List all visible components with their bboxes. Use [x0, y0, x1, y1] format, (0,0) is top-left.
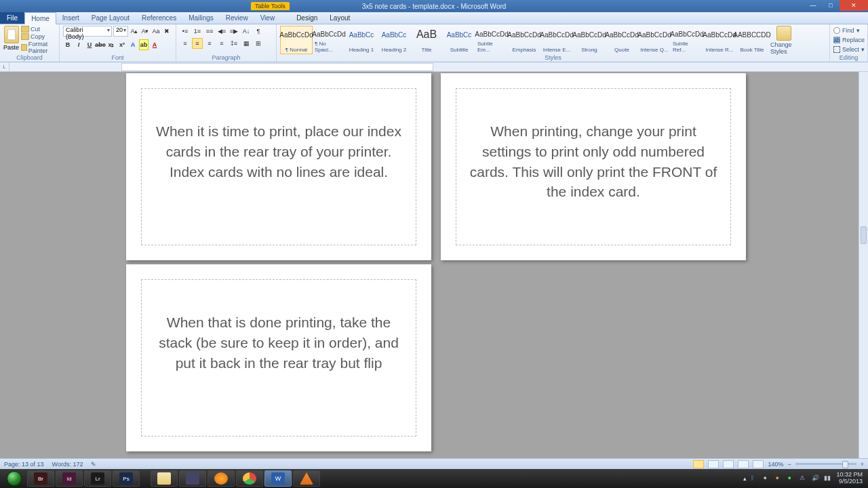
- change-styles-button[interactable]: Change Styles: [770, 26, 797, 55]
- zoom-out-button[interactable]: −: [787, 461, 791, 468]
- zoom-slider[interactable]: [795, 463, 856, 465]
- style-item-1[interactable]: AaBbCcDd¶ No Spaci...: [313, 26, 345, 54]
- wifi-icon[interactable]: ▮▮: [824, 474, 832, 483]
- font-color-button[interactable]: A: [150, 39, 159, 50]
- view-tab[interactable]: View: [254, 12, 281, 24]
- taskbar-app-vlc[interactable]: [293, 470, 320, 487]
- taskbar-app-explorer[interactable]: [151, 470, 178, 487]
- style-item-11[interactable]: AaBbCcDdIntense Q...: [638, 26, 671, 54]
- taskbar-app-firefox[interactable]: [208, 470, 235, 487]
- layout-tab[interactable]: Layout: [323, 12, 356, 24]
- review-tab[interactable]: Review: [220, 12, 254, 24]
- sort-button[interactable]: A↓: [241, 26, 252, 37]
- style-item-14[interactable]: AABBCCDDBook Title: [736, 26, 768, 54]
- highlight-button[interactable]: ab: [139, 39, 149, 50]
- volume-icon[interactable]: 🔊: [812, 474, 820, 483]
- taskbar-app-id[interactable]: Id: [56, 470, 83, 487]
- style-item-6[interactable]: AaBbCcDdSubtle Em...: [475, 26, 508, 54]
- italic-button[interactable]: I: [74, 39, 83, 50]
- find-button[interactable]: Find ▾: [833, 26, 860, 35]
- vertical-scrollbar[interactable]: [859, 72, 868, 458]
- print-layout-view-button[interactable]: [693, 460, 704, 468]
- start-button[interactable]: [3, 470, 26, 487]
- style-item-4[interactable]: AaBTitle: [410, 26, 443, 54]
- borders-button[interactable]: ⊞: [253, 38, 264, 49]
- style-item-13[interactable]: AaBbCcDdIntense R...: [703, 26, 736, 54]
- multilevel-button[interactable]: ≡≡: [204, 26, 215, 37]
- outline-view-button[interactable]: [738, 460, 749, 468]
- bullets-button[interactable]: •≡: [180, 26, 191, 37]
- shading-button[interactable]: ▦: [241, 38, 252, 49]
- style-item-7[interactable]: AaBbCcDdEmphasis: [508, 26, 540, 54]
- tray-icon-1[interactable]: ●: [763, 474, 771, 483]
- scrollbar-thumb[interactable]: [861, 226, 867, 244]
- insert-tab[interactable]: Insert: [56, 12, 85, 24]
- tray-icon-3[interactable]: ●: [787, 474, 795, 483]
- text-effects-button[interactable]: A: [128, 39, 138, 50]
- taskbar-app-word[interactable]: W: [264, 470, 292, 487]
- style-item-12[interactable]: AaBbCcDdSubtle Ref...: [671, 26, 703, 54]
- index-card-3[interactable]: When that is done printing, take the sta…: [126, 264, 431, 451]
- show-marks-button[interactable]: ¶: [253, 26, 264, 37]
- index-card-1[interactable]: When it is time to print, place our inde…: [126, 73, 431, 260]
- superscript-button[interactable]: x²: [117, 39, 127, 50]
- justify-button[interactable]: ≡: [216, 38, 227, 49]
- horizontal-ruler[interactable]: [121, 63, 433, 71]
- taskbar-app-chrome[interactable]: [236, 470, 263, 487]
- system-clock[interactable]: 10:32 PM 9/5/2013: [836, 472, 865, 485]
- align-right-button[interactable]: ≡: [204, 38, 215, 49]
- page-layout-tab[interactable]: Page Layout: [85, 12, 136, 24]
- word-count[interactable]: Words: 172: [52, 461, 83, 468]
- subscript-button[interactable]: x₂: [106, 39, 116, 50]
- align-left-button[interactable]: ≡: [180, 38, 191, 49]
- file-tab[interactable]: File: [0, 12, 24, 24]
- network-icon[interactable]: ⚠: [800, 474, 808, 483]
- font-size-dropdown[interactable]: 20: [113, 26, 128, 37]
- format-painter-button[interactable]: Format Painter: [21, 41, 56, 54]
- mailings-tab[interactable]: Mailings: [182, 12, 220, 24]
- align-center-button[interactable]: ≡: [192, 38, 203, 49]
- tab-selector-button[interactable]: L: [0, 62, 9, 72]
- home-tab[interactable]: Home: [24, 12, 56, 24]
- draft-view-button[interactable]: [753, 460, 764, 468]
- numbering-button[interactable]: 1≡: [192, 26, 203, 37]
- shrink-font-button[interactable]: A▾: [140, 26, 150, 37]
- zoom-level[interactable]: 140%: [768, 461, 783, 468]
- replace-button[interactable]: abReplace: [833, 35, 865, 45]
- taskbar-app-lr[interactable]: Lr: [84, 470, 111, 487]
- taskbar-app-generic[interactable]: [179, 470, 206, 487]
- font-name-dropdown[interactable]: Calibri (Body): [63, 26, 112, 37]
- style-item-8[interactable]: AaBbCcDdIntense E...: [540, 26, 573, 54]
- cut-button[interactable]: Cut: [21, 26, 56, 33]
- style-item-9[interactable]: AaBbCcDdStrong: [573, 26, 606, 54]
- minimize-button[interactable]: —: [804, 0, 822, 11]
- taskbar-app-ps[interactable]: Ps: [113, 470, 140, 487]
- change-case-button[interactable]: Aa: [151, 26, 161, 37]
- bold-button[interactable]: B: [63, 39, 73, 50]
- select-button[interactable]: Select ▾: [833, 45, 865, 54]
- tray-expand-icon[interactable]: ▴: [743, 475, 747, 482]
- close-button[interactable]: ✕: [840, 0, 868, 11]
- design-tab[interactable]: Design: [290, 12, 323, 24]
- page-indicator[interactable]: Page: 13 of 13: [4, 461, 44, 468]
- style-item-10[interactable]: AaBbCcDdQuote: [606, 26, 638, 54]
- taskbar-app-br[interactable]: Br: [27, 470, 54, 487]
- style-item-0[interactable]: AaBbCcDd¶ Normal: [280, 26, 313, 54]
- underline-button[interactable]: U: [85, 39, 94, 50]
- strikethrough-button[interactable]: abc: [96, 39, 105, 50]
- maximize-button[interactable]: □: [822, 0, 840, 11]
- paste-button[interactable]: Paste: [3, 26, 19, 51]
- copy-button[interactable]: Copy: [21, 33, 56, 40]
- clear-formatting-button[interactable]: ✖: [162, 26, 172, 37]
- card-2-text[interactable]: When printing, change your print setting…: [469, 121, 718, 202]
- grow-font-button[interactable]: A▴: [130, 26, 139, 37]
- styles-gallery[interactable]: AaBbCcDd¶ NormalAaBbCcDd¶ No Spaci...AaB…: [280, 26, 768, 54]
- bluetooth-icon[interactable]: ᛒ: [751, 474, 759, 483]
- style-item-2[interactable]: AaBbCcHeading 1: [345, 26, 378, 54]
- style-item-3[interactable]: AaBbCcHeading 2: [378, 26, 410, 54]
- index-card-2[interactable]: When printing, change your print setting…: [441, 73, 746, 260]
- spellcheck-icon[interactable]: ✎: [91, 461, 96, 468]
- line-spacing-button[interactable]: ‡≡: [229, 38, 239, 49]
- tray-icon-2[interactable]: ●: [775, 474, 783, 483]
- decrease-indent-button[interactable]: ◀≡: [216, 26, 227, 37]
